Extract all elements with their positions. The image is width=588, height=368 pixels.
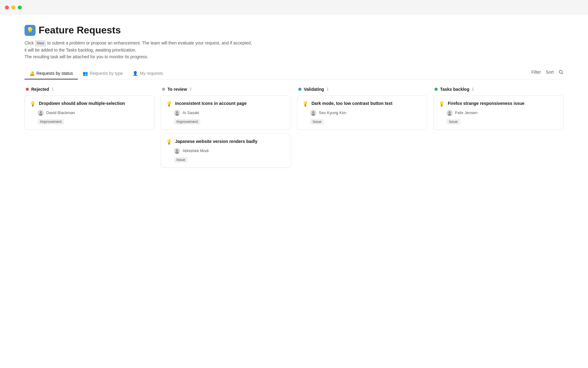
toolbar: Filter Sort <box>531 70 564 77</box>
tab-requests-by-status-icon: 🔔 <box>29 71 35 76</box>
column-validating: Validating1💡Dark mode, too low contrast … <box>297 87 427 133</box>
card-card-2[interactable]: 💡Inconsistent Icons in account page Ai S… <box>161 95 291 130</box>
card-tag-card-4: Issue <box>310 119 324 125</box>
column-count-to-review: 2 <box>190 87 192 91</box>
tabs-left: 🔔 Requests by status 👥 Requests by type … <box>24 68 531 79</box>
author-name-card-3: Abhishek Modi <box>183 148 209 153</box>
card-lightbulb-card-2: 💡 <box>166 101 172 107</box>
avatar-card-4 <box>310 110 316 116</box>
card-card-3[interactable]: 💡Japanese website version renders badly … <box>161 133 291 168</box>
card-title-text-card-2: Inconsistent Icons in account page <box>175 101 247 107</box>
author-name-card-2: Ai Sasaki <box>183 110 199 115</box>
status-dot-tasks-backlog <box>435 88 438 91</box>
traffic-light-yellow[interactable] <box>11 6 15 10</box>
tab-requests-by-type-icon: 👥 <box>83 71 88 76</box>
desc-part1: to submit a problem or propose an enhanc… <box>46 40 252 45</box>
desc-part3: The resulting task will be attached for … <box>24 54 148 59</box>
avatar-card-1 <box>38 110 44 116</box>
desc-part2: it will be added to the Tasks backlog, a… <box>24 48 137 52</box>
column-header-rejected: Rejected1 <box>24 87 155 92</box>
card-tag-card-2: Improvement <box>174 119 200 125</box>
column-count-rejected: 1 <box>51 87 54 91</box>
tab-requests-by-status-label: Requests by status <box>36 71 73 76</box>
card-author-row-card-4: Seo Kyung Kim <box>310 110 422 116</box>
column-header-to-review: To review2 <box>161 87 291 92</box>
tab-my-requests-icon: 👤 <box>133 71 138 76</box>
svg-point-4 <box>39 113 43 116</box>
status-dot-to-review <box>162 88 165 91</box>
column-rejected: Rejected1💡Dropdown should allow multiple… <box>24 87 155 133</box>
card-tag-card-1: Improvement <box>38 119 64 125</box>
column-header-validating: Validating1 <box>297 87 427 92</box>
page-icon: 💡 <box>24 25 36 36</box>
card-title-text-card-5: Firefox strange responsiveness issue <box>448 101 525 107</box>
avatar-card-2 <box>174 110 180 116</box>
traffic-light-red[interactable] <box>5 6 9 10</box>
sort-label: Sort <box>546 70 554 75</box>
card-title-text-card-4: Dark mode, too low contrast button text <box>311 101 392 107</box>
card-tag-card-3: Issue <box>174 157 188 163</box>
card-tag-card-5: Issue <box>447 119 460 125</box>
card-card-5[interactable]: 💡Firefox strange responsiveness issue Fe… <box>433 95 564 130</box>
svg-point-12 <box>312 111 315 113</box>
kanban-board: Rejected1💡Dropdown should allow multiple… <box>24 87 564 171</box>
svg-point-7 <box>175 113 179 116</box>
svg-point-3 <box>40 111 42 113</box>
tab-requests-by-type-label: Requests by type <box>90 71 123 76</box>
sort-button[interactable]: Sort <box>546 70 554 75</box>
card-author-row-card-5: Felix Jensen <box>447 110 558 116</box>
svg-line-1 <box>562 73 563 74</box>
card-author-row-card-2: Ai Sasaki <box>174 110 286 116</box>
main-content: 💡 Feature Requests Click New to submit a… <box>0 15 588 181</box>
card-title-row-card-1: 💡Dropdown should allow multiple-selectio… <box>30 101 149 107</box>
search-button[interactable] <box>559 70 564 75</box>
card-title-row-card-5: 💡Firefox strange responsiveness issue <box>439 101 558 107</box>
card-lightbulb-card-3: 💡 <box>166 139 172 145</box>
card-author-row-card-1: David Blackman <box>38 110 149 116</box>
svg-point-13 <box>311 113 315 116</box>
filter-label: Filter <box>531 70 541 75</box>
page-header: 💡 Feature Requests <box>24 25 564 36</box>
svg-point-10 <box>175 151 179 154</box>
page-title: Feature Requests <box>39 25 121 36</box>
column-title-validating: Validating <box>304 87 324 92</box>
column-count-validating: 1 <box>326 87 329 91</box>
card-card-1[interactable]: 💡Dropdown should allow multiple-selectio… <box>24 95 155 130</box>
tab-requests-by-type[interactable]: 👥 Requests by type <box>78 68 128 79</box>
card-title-row-card-4: 💡Dark mode, too low contrast button text <box>302 101 422 107</box>
svg-point-6 <box>176 111 178 113</box>
status-dot-rejected <box>26 88 29 91</box>
card-title-text-card-3: Japanese website version renders badly <box>175 139 257 145</box>
filter-button[interactable]: Filter <box>531 70 541 75</box>
traffic-light-green[interactable] <box>18 6 22 10</box>
titlebar <box>0 0 588 15</box>
card-lightbulb-card-4: 💡 <box>302 101 308 107</box>
desc-click: Click <box>24 40 35 45</box>
tab-my-requests[interactable]: 👤 My requests <box>128 68 168 79</box>
svg-point-9 <box>176 149 178 151</box>
svg-point-15 <box>449 111 451 113</box>
column-header-tasks-backlog: Tasks backlog1 <box>433 87 564 92</box>
tab-my-requests-label: My requests <box>140 71 163 76</box>
column-title-tasks-backlog: Tasks backlog <box>440 87 469 92</box>
tabs-bar: 🔔 Requests by status 👥 Requests by type … <box>24 68 564 79</box>
new-badge[interactable]: New <box>35 40 46 47</box>
status-dot-validating <box>298 88 301 91</box>
card-card-4[interactable]: 💡Dark mode, too low contrast button text… <box>297 95 427 130</box>
page-icon-glyph: 💡 <box>26 27 34 34</box>
avatar-card-3 <box>174 148 180 154</box>
column-title-rejected: Rejected <box>31 87 49 92</box>
column-to-review: To review2💡Inconsistent Icons in account… <box>161 87 291 171</box>
author-name-card-1: David Blackman <box>46 110 75 115</box>
column-tasks-backlog: Tasks backlog1💡Firefox strange responsiv… <box>433 87 564 133</box>
card-author-row-card-3: Abhishek Modi <box>174 148 286 154</box>
author-name-card-4: Seo Kyung Kim <box>319 110 346 115</box>
card-title-text-card-1: Dropdown should allow multiple-selection <box>39 101 125 107</box>
svg-point-16 <box>448 113 451 116</box>
card-lightbulb-card-5: 💡 <box>439 101 445 107</box>
card-title-row-card-3: 💡Japanese website version renders badly <box>166 139 286 145</box>
avatar-card-5 <box>447 110 453 116</box>
card-lightbulb-card-1: 💡 <box>30 101 36 107</box>
tab-requests-by-status[interactable]: 🔔 Requests by status <box>24 68 78 79</box>
description: Click New to submit a problem or propose… <box>24 40 564 60</box>
